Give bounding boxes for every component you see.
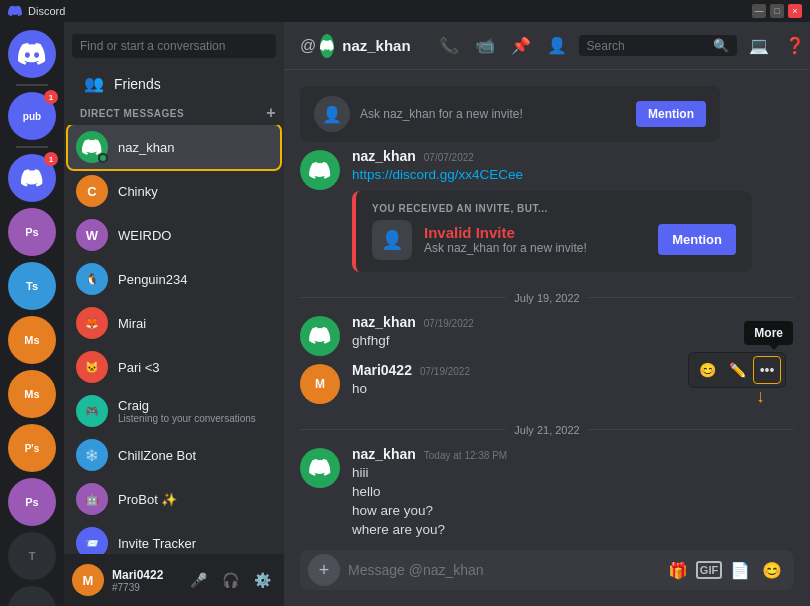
emoji-icon[interactable]: 😊 bbox=[758, 556, 786, 584]
dm-avatar-chillzone: ❄️ bbox=[76, 439, 108, 471]
maximize-button[interactable]: □ bbox=[770, 4, 784, 18]
dm-name-mirai: Mirai bbox=[118, 316, 272, 331]
dm-name-pari: Pari <3 bbox=[118, 360, 272, 375]
gift-icon[interactable]: 🎁 bbox=[664, 556, 692, 584]
orange-arrow-indicator: ↓ bbox=[756, 387, 765, 405]
message-group-1: naz_khan 07/07/2022 https://discord.gg/x… bbox=[300, 146, 794, 274]
react-button[interactable]: 😊 bbox=[693, 356, 721, 384]
dm-name-chillzone: ChillZone Bot bbox=[118, 448, 272, 463]
close-button[interactable]: × bbox=[788, 4, 802, 18]
dm-item-penguin234[interactable]: 🐧 Penguin234 bbox=[68, 257, 280, 301]
server-icon-ps2[interactable]: P's bbox=[8, 424, 56, 472]
more-dots: ••• bbox=[760, 362, 775, 378]
msg-header-1: naz_khan 07/07/2022 bbox=[352, 148, 794, 164]
add-member-icon[interactable]: 👤 bbox=[543, 32, 571, 59]
dm-name-wrap-craig: Craig Listening to your conversations bbox=[118, 398, 272, 424]
settings-button[interactable]: ⚙️ bbox=[248, 566, 276, 594]
dm-search-input[interactable] bbox=[72, 34, 276, 58]
dm-item-weirdo[interactable]: W WEIRDO bbox=[68, 213, 280, 257]
dm-name-wrap-naz-khan: naz_khan bbox=[118, 140, 272, 155]
voice-call-icon[interactable]: 📞 bbox=[435, 32, 463, 59]
server-icon-ts[interactable]: Ts bbox=[8, 262, 56, 310]
dm-item-chillzone[interactable]: ❄️ ChillZone Bot bbox=[68, 433, 280, 477]
server-icon-ps1[interactable]: Ps bbox=[8, 208, 56, 256]
date-label-july19: July 19, 2022 bbox=[514, 292, 579, 304]
invite-mention-button[interactable]: Mention bbox=[658, 224, 736, 255]
inbox-icon[interactable]: 💻 bbox=[745, 32, 773, 59]
dm-avatar-craig: 🎮 bbox=[76, 395, 108, 427]
dm-name-wrap-probot: ProBot ✨ bbox=[118, 492, 272, 507]
minimize-button[interactable]: — bbox=[752, 4, 766, 18]
discord-logo-icon bbox=[8, 4, 22, 18]
invite-card-body: 👤 Invalid Invite Ask naz_khan for a new … bbox=[372, 220, 736, 260]
message-actions: 😊 ✏️ ••• More ↓ bbox=[688, 352, 786, 388]
friends-icon: 👥 bbox=[84, 74, 104, 93]
titlebar: Discord — □ × bbox=[0, 0, 810, 22]
gif-button[interactable]: GIF bbox=[696, 561, 722, 579]
dm-item-pari[interactable]: 🐱 Pari <3 bbox=[68, 345, 280, 389]
deafen-button[interactable]: 🎧 bbox=[216, 566, 244, 594]
dm-avatar-naz-khan bbox=[76, 131, 108, 163]
dm-name-chinky: Chinky bbox=[118, 184, 272, 199]
invite-card-icon: 👤 bbox=[372, 220, 412, 260]
msg-timestamp-4: Today at 12:38 PM bbox=[424, 450, 507, 461]
dm-name-craig: Craig bbox=[118, 398, 272, 413]
video-call-icon[interactable]: 📹 bbox=[471, 32, 499, 59]
server-icon-s1[interactable]: 1 bbox=[8, 154, 56, 202]
dm-add-button[interactable]: + bbox=[266, 105, 276, 121]
dm-item-naz-khan[interactable]: naz_khan bbox=[68, 125, 280, 169]
msg-header-4: naz_khan Today at 12:38 PM bbox=[352, 446, 794, 462]
user-bar-avatar: M bbox=[72, 564, 104, 596]
more-button[interactable]: ••• bbox=[753, 356, 781, 384]
dm-sidebar: 👥 Friends DIRECT MESSAGES + naz_khan bbox=[64, 22, 284, 606]
pin-icon[interactable]: 📌 bbox=[507, 32, 535, 59]
dm-avatar-probot: 🤖 bbox=[76, 483, 108, 515]
dm-status-online bbox=[98, 153, 108, 163]
dm-name-wrap-mirai: Mirai bbox=[118, 316, 272, 331]
discord-invite-link[interactable]: https://discord.gg/xx4CECee bbox=[352, 167, 523, 182]
user-bar: M Mari0422 #7739 🎤 🎧 ⚙️ bbox=[64, 554, 284, 606]
server-icon-t[interactable]: T bbox=[8, 532, 56, 580]
friends-label: Friends bbox=[114, 76, 161, 92]
server-icon-ms1[interactable]: Ms bbox=[8, 316, 56, 364]
dm-name-wrap-invite-tracker: Invite Tracker bbox=[118, 536, 272, 551]
date-line-left-2 bbox=[300, 429, 506, 430]
mute-button[interactable]: 🎤 bbox=[184, 566, 212, 594]
date-line-right bbox=[588, 297, 794, 298]
invite-card-title: Invalid Invite bbox=[424, 224, 587, 241]
attach-button[interactable]: + bbox=[308, 554, 340, 586]
invite-card: YOU RECEIVED AN INVITE, BUT... 👤 Invalid… bbox=[352, 191, 752, 272]
chat-input-icons: 🎁 GIF 📄 😊 bbox=[664, 556, 786, 584]
msg-avatar-naz-khan-1 bbox=[300, 150, 340, 190]
msg-text-4-line3: how are you? bbox=[352, 502, 794, 521]
chat-input[interactable] bbox=[348, 550, 656, 590]
invite-card-info: Invalid Invite Ask naz_khan for a new in… bbox=[424, 224, 587, 255]
help-icon[interactable]: ❓ bbox=[781, 32, 809, 59]
dm-item-probot[interactable]: 🤖 ProBot ✨ bbox=[68, 477, 280, 521]
dm-name-wrap-penguin234: Penguin234 bbox=[118, 272, 272, 287]
server-icon-public[interactable]: pub 1 bbox=[8, 92, 56, 140]
server-icon-ms2[interactable]: Ms bbox=[8, 370, 56, 418]
server-icon-r[interactable]: R bbox=[8, 586, 56, 606]
edit-button[interactable]: ✏️ bbox=[723, 356, 751, 384]
server-divider-2 bbox=[16, 146, 48, 148]
server-badge: 1 bbox=[44, 90, 58, 104]
msg-text-4-line1: hiii bbox=[352, 464, 794, 483]
dm-item-invite-tracker[interactable]: 📨 Invite Tracker bbox=[68, 521, 280, 554]
dm-item-mirai[interactable]: 🦊 Mirai bbox=[68, 301, 280, 345]
titlebar-controls[interactable]: — □ × bbox=[752, 4, 802, 18]
dm-name-weirdo: WEIRDO bbox=[118, 228, 272, 243]
msg-content-2: naz_khan 07/19/2022 ghfhgf bbox=[352, 314, 794, 356]
server-icon-ps3[interactable]: Ps bbox=[8, 478, 56, 526]
invite-card-sub: Ask naz_khan for a new invite! bbox=[424, 241, 587, 255]
friends-item[interactable]: 👥 Friends bbox=[68, 66, 280, 101]
dm-name-naz-khan: naz_khan bbox=[118, 140, 272, 155]
msg-avatar-naz-khan-2 bbox=[300, 316, 340, 356]
dm-item-craig[interactable]: 🎮 Craig Listening to your conversations bbox=[68, 389, 280, 433]
dm-avatar-weirdo: W bbox=[76, 219, 108, 251]
server-icon-home[interactable] bbox=[8, 30, 56, 78]
search-box[interactable]: Search 🔍 bbox=[579, 35, 737, 56]
old-mention-button[interactable]: Mention bbox=[636, 101, 706, 127]
dm-item-chinky[interactable]: C Chinky bbox=[68, 169, 280, 213]
sticker-icon[interactable]: 📄 bbox=[726, 556, 754, 584]
